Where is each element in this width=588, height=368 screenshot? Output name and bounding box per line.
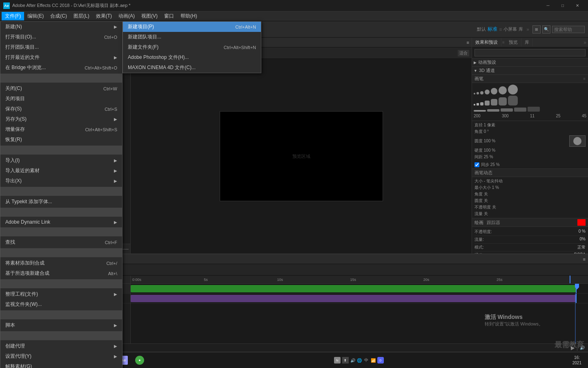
viewer-fit[interactable]: 适合 xyxy=(458,50,469,56)
tray-icon-discord[interactable]: D xyxy=(377,357,384,364)
taskbar-app-green[interactable]: ● xyxy=(132,354,147,367)
menu-scripts[interactable]: 脚本▶ xyxy=(0,320,122,330)
tray-icon-4[interactable]: 🌐 xyxy=(357,358,362,363)
menu-file[interactable]: 文件(F) xyxy=(2,12,24,20)
menu-create-proxy[interactable]: 创建代理▶ xyxy=(0,341,122,351)
menu-open-project[interactable]: 打开项目(O)...Ctrl+O xyxy=(0,32,122,42)
menu-find[interactable]: 查找Ctrl+F xyxy=(0,237,122,247)
menu-browse-bridge[interactable]: 在 Bridge 中浏览...Ctrl+Alt+Shift+O xyxy=(0,63,122,73)
menu-help[interactable]: 帮助(H) xyxy=(177,12,200,20)
close-button[interactable]: ✕ xyxy=(570,0,585,11)
submenu-new-cinema4d[interactable]: MAXON CINEMA 4D 文件(C)... xyxy=(123,63,261,73)
menu-new[interactable]: 新建(N)▶ xyxy=(0,22,122,32)
tray-icon-2[interactable]: ⬆ xyxy=(342,357,349,364)
right-panel-expand[interactable]: » xyxy=(582,40,588,45)
menu-sep-4 xyxy=(0,208,122,217)
submenu-new-photoshop[interactable]: Adobe Photoshop 文件(H)... xyxy=(123,52,261,63)
tray-icon-3[interactable]: 🔊 xyxy=(350,358,355,363)
tray-icon-1[interactable]: N xyxy=(334,357,341,364)
dynamics-size-jitter: 大小 - 笔尖抖动 xyxy=(474,178,503,184)
ruler-mark-0: 0:00s xyxy=(132,278,141,282)
tray-icon-network[interactable]: 📶 xyxy=(371,358,376,363)
menu-set-proxy[interactable]: 设置代理(Y)▶ xyxy=(0,351,122,361)
presets-arrow[interactable]: ▶ xyxy=(474,61,477,65)
toolbar-library[interactable]: 库 xyxy=(519,26,523,32)
brush-num-1: 200 xyxy=(474,114,481,118)
canvas-dynamics-section: 画笔动态 大小 - 笔尖抖动 最小大小 1 % 角度 关 圆度 关 不透明度 关… xyxy=(472,169,588,218)
menu-view[interactable]: 视图(V) xyxy=(138,12,161,20)
submenu-new: 新建项目(P) Ctrl+Alt+N 新建团队项目... 新建文件夹(F) Ct… xyxy=(122,21,261,73)
menu-interpret-footage[interactable]: 解释素材(G) xyxy=(0,361,122,368)
maximize-button[interactable]: □ xyxy=(555,0,570,11)
toolbar-grid-btn[interactable]: ⊞ xyxy=(532,25,541,34)
timeline-tracks: 0:00s 5s 10s 15s 20s 25s xyxy=(131,276,588,343)
menu-save-as[interactable]: 另存为(S)▶ xyxy=(0,114,122,124)
menu-typekit[interactable]: 从 Typekit 添加字体... xyxy=(0,197,122,207)
track-bar-purple[interactable] xyxy=(131,295,576,302)
watermark-text: 最需教育 xyxy=(555,340,584,350)
timeline-ruler: 0:00s 5s 10s 15s 20s 25s xyxy=(131,276,588,284)
menu-sep-7 xyxy=(0,279,122,288)
menu-sep-6 xyxy=(0,248,122,257)
toolbar-standard[interactable]: 标准 xyxy=(488,26,497,33)
menu-dynamic-link[interactable]: Adobe Dynamic Link▶ xyxy=(0,218,122,227)
dynamics-roundness: 圆度 关 xyxy=(474,198,488,204)
menu-consolidate[interactable]: 整理工程(文件)▶ xyxy=(0,289,122,299)
paint-mode-label: 模式: xyxy=(474,245,484,250)
app-icon: Ae xyxy=(3,2,10,9)
menu-import-recent[interactable]: 导入最近的素材▶ xyxy=(0,166,122,176)
track-row-1 xyxy=(131,284,588,294)
menu-add-to-comp[interactable]: 将素材添加到合成Ctrl+/ xyxy=(0,258,122,268)
color-swatch[interactable] xyxy=(577,219,586,226)
menu-edit[interactable]: 编辑(E) xyxy=(24,12,47,20)
toolbar-smallscreen[interactable]: 小屏幕 xyxy=(503,26,517,32)
3d-arrow[interactable]: ▼ xyxy=(474,69,477,73)
menu-increment-save[interactable]: 增量保存Ctrl+Alt+Shift+S xyxy=(0,124,122,135)
menu-window[interactable]: 窗口 xyxy=(161,12,177,20)
submenu-new-folder[interactable]: 新建文件夹(F) Ctrl+Alt+Shift+N xyxy=(123,42,261,52)
dynamics-opacity: 不透明度 关 xyxy=(474,204,496,210)
track-bar-green[interactable] xyxy=(131,285,576,292)
timeline-menu[interactable]: ≡ xyxy=(583,257,586,262)
file-menu-dropdown: 新建(N)▶ 打开项目(O)...Ctrl+O 打开团队项目... 打开最近的文… xyxy=(0,21,122,368)
effects-search-input[interactable] xyxy=(474,49,586,56)
menu-close-project[interactable]: 关闭项目 xyxy=(0,94,122,104)
submenu-new-project[interactable]: 新建项目(P) Ctrl+Alt+N xyxy=(123,22,261,32)
menu-animation[interactable]: 动画(A) xyxy=(115,12,138,20)
menu-layer[interactable]: 图层(L) xyxy=(70,12,93,20)
menu-export[interactable]: 导出(X)▶ xyxy=(0,176,122,186)
paint-opacity-label: 不透明度: xyxy=(474,229,492,235)
dynamics-label: 画笔动态 xyxy=(474,170,492,176)
paint-tab[interactable]: 绘画 xyxy=(474,220,483,226)
tab-library[interactable]: 库 xyxy=(521,38,533,46)
brush-angle-label: 角度 0 ° xyxy=(474,129,489,135)
right-panel-tabs: 效果和预设 ≡ 预览 库 » xyxy=(472,38,588,47)
menu-open-team[interactable]: 打开团队项目... xyxy=(0,42,122,52)
tab-effects-presets[interactable]: 效果和预设 xyxy=(472,38,501,46)
brush-num-5: 45 xyxy=(582,114,586,118)
sync-checkbox[interactable] xyxy=(474,162,479,167)
tracker-tab[interactable]: 跟踪器 xyxy=(487,220,500,226)
menu-import[interactable]: 导入(I)▶ xyxy=(0,155,122,166)
menu-new-comp-from-sel[interactable]: 基于所选项新建合成Alt+\ xyxy=(0,268,122,278)
search-input[interactable] xyxy=(552,26,585,33)
menu-recent-files[interactable]: 打开最近的文件▶ xyxy=(0,52,122,63)
menu-save[interactable]: 保存(S)Ctrl+S xyxy=(0,104,122,114)
viewer-menu[interactable]: ≡ xyxy=(467,40,469,45)
minimize-button[interactable]: ─ xyxy=(541,0,555,11)
brush-menu[interactable]: ≡ xyxy=(583,76,586,81)
toolbar-search-btn[interactable]: 🔍 xyxy=(542,25,550,34)
menu-overlay: 新建(N)▶ 打开项目(O)...Ctrl+O 打开团队项目... 打开最近的文… xyxy=(0,21,122,368)
menu-watch-folder[interactable]: 监视文件夹(W)... xyxy=(0,299,122,310)
menu-revert[interactable]: 恢复(R) xyxy=(0,135,122,145)
ruler-mark-15: 15s xyxy=(350,278,356,282)
tray-icon-lang[interactable]: 中 xyxy=(364,357,368,363)
animation-presets-section: ▶ 动画预设 xyxy=(472,58,588,67)
submenu-new-team-project[interactable]: 新建团队项目... xyxy=(123,32,261,42)
ruler-mark-25: 25s xyxy=(497,278,503,282)
menu-compose[interactable]: 合成(C) xyxy=(47,12,70,20)
tab-preview[interactable]: 预览 xyxy=(506,38,521,46)
title-text: Adobe After Effects CC 2018 - D:\Ae\无标题项… xyxy=(12,2,541,9)
menu-close[interactable]: 关闭(C)Ctrl+W xyxy=(0,83,122,94)
menu-effects[interactable]: 效果(T) xyxy=(93,12,115,20)
